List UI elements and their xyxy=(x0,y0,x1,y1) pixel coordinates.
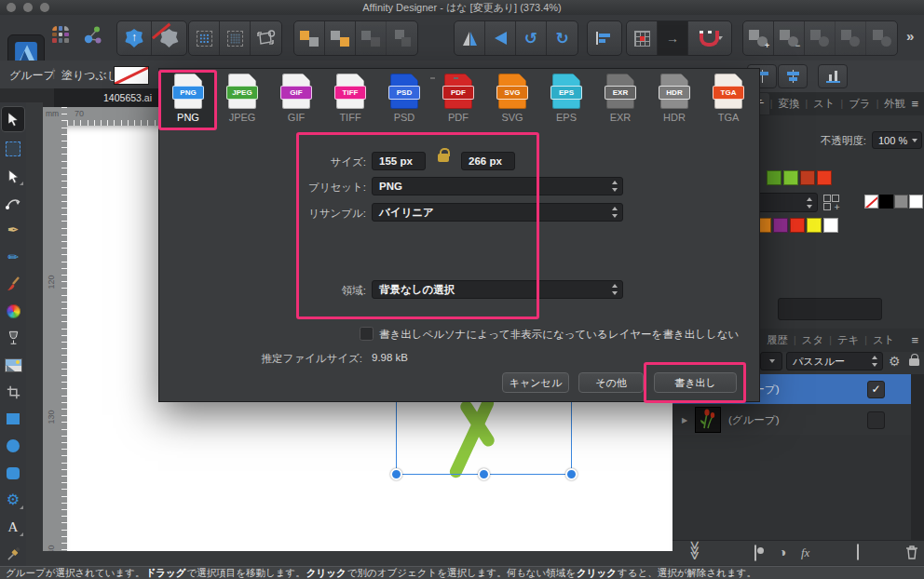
vector-crop-tool[interactable] xyxy=(2,382,24,402)
cog-shape-tool[interactable]: ⚙ xyxy=(2,490,24,510)
color-swatch[interactable] xyxy=(767,170,781,185)
format-option-tga[interactable]: TGATGA xyxy=(701,71,755,128)
artboard-tool[interactable] xyxy=(2,139,24,159)
point-transform-tool[interactable] xyxy=(2,193,24,213)
color-swatch[interactable] xyxy=(894,195,908,209)
add-swatch-grid-icon[interactable]: ＋ xyxy=(823,195,839,210)
boolean-intersect-button[interactable] xyxy=(805,21,836,55)
format-option-psd[interactable]: PSDPSD xyxy=(377,71,431,128)
color-swatch[interactable] xyxy=(817,170,832,185)
layer-visibility-checkbox[interactable]: ✓ xyxy=(867,381,885,398)
color-swatch[interactable] xyxy=(800,170,815,185)
toolbar-overflow-chevron[interactable]: » xyxy=(906,28,914,44)
tab-スト[interactable]: スト xyxy=(808,93,840,114)
minimize-window-icon[interactable] xyxy=(23,3,33,12)
rotate-ccw-button[interactable]: ↺ xyxy=(516,21,547,55)
layer-settings-gear-icon[interactable]: ⚙ xyxy=(889,354,901,369)
cancel-button[interactable]: キャンセル xyxy=(502,372,569,393)
place-image-tool[interactable] xyxy=(2,355,24,375)
transform-objects-button[interactable] xyxy=(251,21,281,55)
fill-none-swatch[interactable] xyxy=(114,66,149,85)
preset-dropdown[interactable]: PNG xyxy=(372,177,623,195)
replace-selection-button[interactable] xyxy=(387,21,417,55)
height-field[interactable]: 266 px xyxy=(461,152,515,170)
format-option-jpeg[interactable]: JPEGJPEG xyxy=(215,71,269,128)
adjustment-icon[interactable]: ◑ xyxy=(779,545,786,559)
rectangle-tool[interactable] xyxy=(2,409,24,429)
format-option-pdf[interactable]: PDFPDF xyxy=(431,71,485,128)
trash-icon[interactable] xyxy=(905,545,918,559)
color-swatch[interactable] xyxy=(773,218,788,233)
format-option-svg[interactable]: SVGSVG xyxy=(485,71,539,128)
new-layer-icon[interactable] xyxy=(857,545,859,559)
snap-grid-button[interactable] xyxy=(189,21,220,55)
align-bottom-button[interactable] xyxy=(818,64,848,88)
distribute-center-button[interactable] xyxy=(778,64,808,88)
node-tool[interactable] xyxy=(2,166,24,186)
rotate-cw-button[interactable]: ↻ xyxy=(547,21,578,55)
flip-horizontal-button[interactable] xyxy=(455,21,485,55)
layer-preview-dropdown[interactable] xyxy=(760,352,782,370)
snapping-magnet-button[interactable] xyxy=(688,21,731,55)
color-swatch[interactable] xyxy=(807,218,822,233)
format-option-png[interactable]: PNGPNG xyxy=(161,71,215,128)
boolean-add-button[interactable]: + xyxy=(743,21,774,55)
format-option-eps[interactable]: EPSEPS xyxy=(539,71,593,128)
boolean-subtract-button[interactable]: − xyxy=(774,21,805,55)
tab-スト[interactable]: スト xyxy=(868,330,900,351)
color-picker-tool[interactable] xyxy=(2,544,24,564)
width-field[interactable]: 155 px xyxy=(372,152,426,170)
rounded-rectangle-tool[interactable] xyxy=(2,463,24,483)
insert-inside-button[interactable] xyxy=(356,21,387,55)
move-tool[interactable] xyxy=(1,106,25,132)
color-swatch[interactable] xyxy=(790,218,805,233)
tab-外観[interactable]: 外観 xyxy=(879,93,910,114)
format-option-gif[interactable]: GIFGIF xyxy=(269,71,323,128)
layers-stack-icon[interactable]: ⋙ xyxy=(686,543,704,557)
close-window-icon[interactable] xyxy=(7,3,16,12)
flip-vertical-button[interactable] xyxy=(485,21,516,55)
layer-row[interactable]: ▶ (グループ) xyxy=(673,405,911,435)
format-option-hdr[interactable]: HDRHDR xyxy=(647,71,701,128)
color-swatch[interactable] xyxy=(879,195,893,209)
ellipse-tool[interactable] xyxy=(2,436,24,456)
color-swatch[interactable] xyxy=(823,218,838,233)
aspect-lock-icon[interactable] xyxy=(437,148,450,162)
tab-変換[interactable]: 変換 xyxy=(773,93,804,114)
blend-mode-dropdown[interactable]: パススルー xyxy=(786,352,883,370)
symbol-detach-button[interactable] xyxy=(152,21,186,55)
resample-dropdown[interactable]: バイリニア xyxy=(372,203,623,222)
expand-arrow-icon[interactable]: ▶ xyxy=(682,416,691,424)
tab-テキ[interactable]: テキ xyxy=(833,330,864,351)
export-persona-checkbox[interactable] xyxy=(360,327,374,341)
area-dropdown[interactable]: 背景なしの選択 xyxy=(372,280,623,299)
export-button[interactable]: 書き出し xyxy=(654,372,737,393)
panel-menu-icon[interactable]: ≡ xyxy=(911,97,918,111)
snap-manager-button[interactable] xyxy=(627,21,658,55)
swatch-none[interactable] xyxy=(864,195,878,209)
boolean-divide-button[interactable] xyxy=(866,21,897,55)
selection-handle[interactable] xyxy=(478,468,490,480)
color-sync-button[interactable] xyxy=(52,26,69,60)
pen-tool[interactable]: ✒ xyxy=(2,220,24,240)
opacity-dropdown[interactable]: 100 % xyxy=(872,131,922,149)
color-swatch[interactable] xyxy=(783,170,798,185)
layer-visibility-checkbox[interactable] xyxy=(867,411,885,429)
boolean-xor-button[interactable] xyxy=(836,21,866,55)
mask-icon[interactable] xyxy=(754,546,756,559)
panel-input-field[interactable] xyxy=(778,298,882,320)
fx-icon[interactable]: fx xyxy=(801,546,809,559)
symbol-sync-button[interactable]: ↑ xyxy=(117,21,152,55)
snap-pixel-button[interactable] xyxy=(220,21,251,55)
insert-behind-button[interactable] xyxy=(294,21,325,55)
tab-ブラ[interactable]: ブラ xyxy=(844,93,876,114)
format-option-exr[interactable]: EXREXR xyxy=(593,71,647,128)
node-link-button[interactable] xyxy=(82,24,104,58)
transparency-tool[interactable] xyxy=(2,328,24,348)
format-option-tiff[interactable]: TIFFTIFF xyxy=(323,71,377,128)
text-tool[interactable]: A xyxy=(2,517,24,537)
color-swatch[interactable] xyxy=(909,195,923,209)
fill-tool[interactable] xyxy=(2,301,24,321)
move-by-whole-pixels-button[interactable]: → xyxy=(658,21,688,55)
panel-menu-icon[interactable]: ≡ xyxy=(911,333,918,347)
